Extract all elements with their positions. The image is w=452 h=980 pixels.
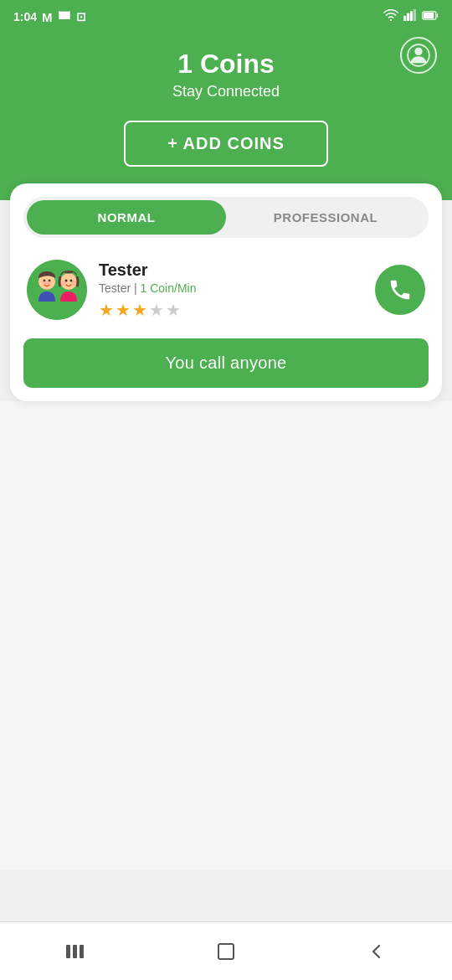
star-5: ★ — [166, 300, 181, 320]
svg-rect-24 — [218, 944, 234, 959]
coin-rate: 1 Coin/Min — [141, 281, 197, 295]
status-left: 1:04 M ⊡ — [13, 10, 86, 24]
svg-point-10 — [27, 260, 87, 320]
star-rating: ★ ★ ★ ★ ★ — [99, 300, 375, 320]
profile-button[interactable] — [400, 37, 437, 74]
add-coins-button[interactable]: + ADD COINS — [124, 121, 328, 167]
svg-rect-3 — [410, 11, 413, 21]
svg-point-20 — [47, 281, 52, 286]
message-icon — [58, 10, 71, 24]
contact-name: Tester — [99, 260, 375, 280]
star-3: ★ — [132, 300, 147, 320]
empty-content-area — [0, 401, 452, 870]
main-card: NORMAL PROFESSIONAL — [10, 183, 442, 401]
status-bar: 1:04 M ⊡ — [0, 0, 452, 34]
tabs-container: NORMAL PROFESSIONAL — [23, 197, 429, 238]
contact-info: Tester Tester | 1 Coin/Min ★ ★ ★ ★ ★ — [99, 260, 375, 320]
svg-rect-7 — [437, 13, 439, 18]
subtitle-text: Stay Connected — [172, 83, 280, 101]
svg-point-0 — [390, 19, 392, 21]
svg-rect-21 — [66, 945, 70, 958]
star-1: ★ — [99, 300, 114, 320]
contact-subtitle: Tester | 1 Coin/Min — [99, 281, 375, 295]
svg-point-17 — [61, 281, 66, 286]
bottom-nav — [0, 921, 452, 980]
instagram-icon: ⊡ — [76, 10, 86, 23]
svg-point-18 — [71, 281, 76, 286]
battery-icon — [422, 9, 439, 24]
svg-point-8 — [414, 48, 422, 55]
wifi-icon — [383, 9, 398, 24]
svg-rect-6 — [424, 13, 434, 18]
star-2: ★ — [116, 300, 131, 320]
svg-rect-2 — [407, 13, 409, 21]
nav-back-button[interactable] — [356, 931, 398, 972]
svg-rect-22 — [73, 945, 77, 958]
nav-home-button[interactable] — [205, 931, 247, 972]
time-display: 1:04 — [13, 10, 37, 23]
avatar — [27, 260, 87, 320]
tab-professional[interactable]: PROFESSIONAL — [226, 200, 425, 235]
gmail-icon: M — [42, 10, 53, 24]
add-coins-label: + ADD COINS — [167, 134, 285, 153]
contact-role: Tester — [99, 281, 131, 295]
coins-count: 1 Coins — [177, 49, 275, 80]
star-4: ★ — [149, 300, 164, 320]
header-section: 1 Coins Stay Connected + ADD COINS — [0, 34, 452, 200]
svg-rect-23 — [80, 945, 84, 958]
contact-row: Tester Tester | 1 Coin/Min ★ ★ ★ ★ ★ — [23, 253, 429, 327]
svg-rect-4 — [413, 9, 416, 21]
call-anyone-button[interactable]: You call anyone — [23, 338, 429, 388]
tab-normal[interactable]: NORMAL — [27, 200, 226, 235]
svg-rect-1 — [403, 16, 406, 21]
svg-point-19 — [42, 281, 47, 286]
nav-menu-button[interactable] — [54, 931, 96, 972]
call-button[interactable] — [375, 265, 425, 315]
signal-icon — [403, 9, 417, 24]
status-right — [383, 9, 439, 24]
